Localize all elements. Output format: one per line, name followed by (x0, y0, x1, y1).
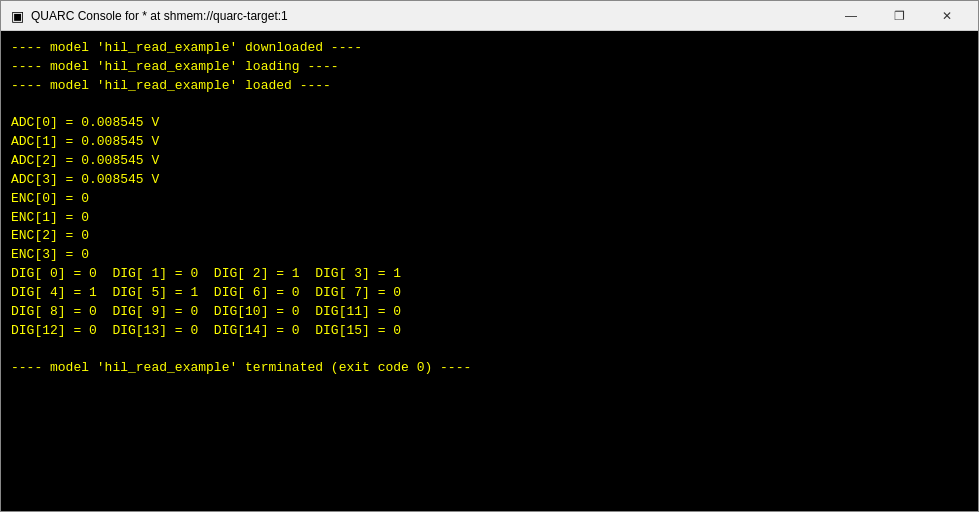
console-line: ENC[0] = 0 (11, 190, 968, 209)
console-line: ENC[1] = 0 (11, 209, 968, 228)
app-icon: ▣ (9, 8, 25, 24)
console-line: DIG[12] = 0 DIG[13] = 0 DIG[14] = 0 DIG[… (11, 322, 968, 341)
window-title: QUARC Console for * at shmem://quarc-tar… (31, 9, 288, 23)
title-bar-left: ▣ QUARC Console for * at shmem://quarc-t… (9, 8, 288, 24)
maximize-button[interactable]: ❐ (876, 2, 922, 30)
console-line: ---- model 'hil_read_example' loaded ---… (11, 77, 968, 96)
console-empty-line (11, 341, 968, 360)
console-line: DIG[ 0] = 0 DIG[ 1] = 0 DIG[ 2] = 1 DIG[… (11, 265, 968, 284)
console-line: ADC[3] = 0.008545 V (11, 171, 968, 190)
console-line: ---- model 'hil_read_example' terminated… (11, 359, 968, 378)
minimize-button[interactable]: — (828, 2, 874, 30)
console-line: ADC[2] = 0.008545 V (11, 152, 968, 171)
console-line: DIG[ 4] = 1 DIG[ 5] = 1 DIG[ 6] = 0 DIG[… (11, 284, 968, 303)
console-output: ---- model 'hil_read_example' downloaded… (1, 31, 978, 511)
close-button[interactable]: ✕ (924, 2, 970, 30)
console-empty-line (11, 96, 968, 115)
console-line: DIG[ 8] = 0 DIG[ 9] = 0 DIG[10] = 0 DIG[… (11, 303, 968, 322)
window-controls: — ❐ ✕ (828, 2, 970, 30)
console-line: ADC[1] = 0.008545 V (11, 133, 968, 152)
title-bar: ▣ QUARC Console for * at shmem://quarc-t… (1, 1, 978, 31)
main-window: ▣ QUARC Console for * at shmem://quarc-t… (0, 0, 979, 512)
console-line: ADC[0] = 0.008545 V (11, 114, 968, 133)
console-line: ENC[2] = 0 (11, 227, 968, 246)
console-line: ENC[3] = 0 (11, 246, 968, 265)
console-line: ---- model 'hil_read_example' downloaded… (11, 39, 968, 58)
console-line: ---- model 'hil_read_example' loading --… (11, 58, 968, 77)
